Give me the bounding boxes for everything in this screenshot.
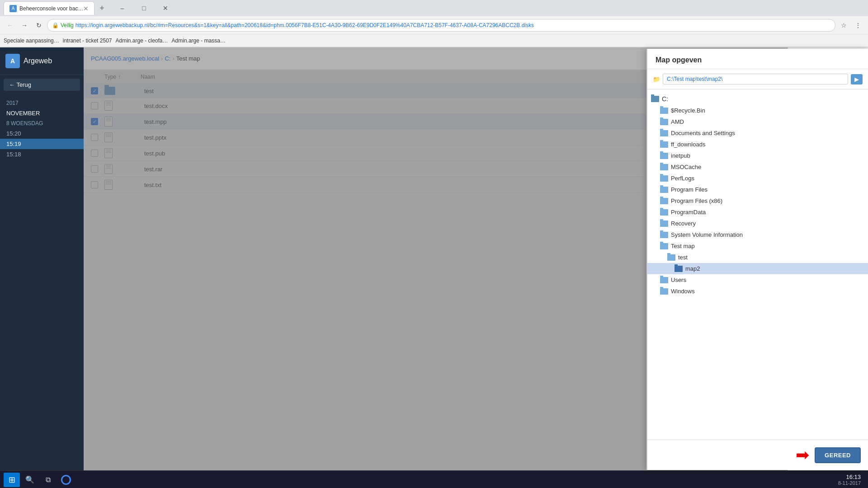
new-tab-button[interactable]: + [95,2,108,14]
maximize-button[interactable]: □ [133,0,154,16]
tree-folder-icon [660,141,668,148]
sidebar-time-1[interactable]: 15:19 [0,139,84,149]
tree-folder-icon [660,130,668,136]
lock-icon: 🔒 [52,22,59,28]
tree-folder-icon [660,232,668,238]
search-taskbar-button[interactable]: 🔍 [22,473,38,487]
tree-folder-icon [660,153,668,159]
tree-folder-icon [660,221,668,227]
sidebar-day-header: 8 WOENSDAG [0,118,84,128]
url-text: https://login.argewebbackup.nl/bc/#m=Res… [75,22,830,28]
arrow-icon: ➡ [796,446,809,465]
tree-item-label: Recovery [671,220,696,227]
tree-item[interactable]: C: [647,93,868,105]
tree-item-label: Users [671,277,686,283]
sidebar-month: NOVEMBER [0,108,84,118]
bookmark-item-2[interactable]: Admin.arge - cleofa… [115,38,168,44]
tree-item[interactable]: $Recycle.Bin [647,105,868,116]
tree-folder-icon [660,164,668,170]
start-button[interactable]: ⊞ [4,473,20,487]
taskbar-time: 16:13 8-11-2017 [838,474,864,486]
tree-folder-icon [660,198,668,204]
tree-item-label: Documents and Settings [671,130,735,136]
tree-item-label: map2 [685,265,700,272]
tree-item[interactable]: inetpub [647,150,868,161]
path-dialog-footer: ➡ GEREED [647,440,868,470]
tree-item[interactable]: System Volume Information [647,229,868,240]
path-input[interactable] [663,74,848,84]
logo-icon: A [5,54,20,68]
tree-item[interactable]: Users [647,274,868,286]
tree-item[interactable]: Program Files [647,184,868,195]
tree-item[interactable]: MSOCache [647,161,868,173]
tree-item-label: Program Files [671,186,708,193]
back-button[interactable]: ← Terug [4,79,80,91]
back-button[interactable]: ← [4,19,16,32]
tree-folder-icon [660,187,668,193]
address-bar[interactable]: 🔒 Veilig https://login.argewebbackup.nl/… [47,19,835,32]
tree-folder-icon [660,209,668,216]
tree-item-label: MSOCache [671,164,701,170]
browser-controls: ← → ↻ 🔒 Veilig https://login.argewebback… [0,16,868,34]
tree-item-label: $Recycle.Bin [671,107,705,114]
bookmark-item-0[interactable]: Speciale aanpassing… [4,38,59,44]
path-go-button[interactable]: ▶ [851,74,863,84]
bookmarks-button[interactable]: ☆ [837,19,850,32]
tree-item-label: Program Files (x86) [671,197,722,204]
tab-favicon: A [9,5,17,12]
tree-item[interactable]: ProgramData [647,206,868,218]
browser-chrome: A Beheerconsole voor bac… ✕ + – □ ✕ ← → … [0,0,868,47]
tree-item[interactable]: Test map [647,240,868,252]
gereed-button[interactable]: GEREED [815,447,861,463]
forward-button[interactable]: → [18,19,31,32]
tree-item-label: System Volume Information [671,231,743,238]
bookmark-item-1[interactable]: intranet - ticket 2507 [63,38,112,44]
tree-item-label: Windows [671,288,695,295]
tab-close-button[interactable]: ✕ [83,5,89,12]
tree-item-label: AMD [671,118,684,125]
tree-item[interactable]: Recovery [647,218,868,229]
tree-folder-icon [667,254,675,261]
tree-item[interactable]: ff_downloads [647,139,868,150]
tree-item-label: test [678,254,688,261]
chrome-taskbar-button[interactable] [58,473,74,487]
logo-area: A Argeweb [0,47,84,75]
path-dialog: Map opgeven 📁 ▶ C:$Recycle.BinAMDDocumen… [646,49,868,470]
tree-folder-icon [660,277,668,283]
menu-button[interactable]: ⋮ [852,19,864,32]
tree-folder-icon [651,96,659,102]
path-dialog-title: Map opgeven [647,49,868,69]
bookmark-item-3[interactable]: Admin.arge - massa… [172,38,226,44]
tree-item-label: C: [662,95,668,103]
browser-tab[interactable]: A Beheerconsole voor bac… ✕ [4,1,94,15]
path-input-row: 📁 ▶ [647,69,868,89]
task-view-button[interactable]: ⧉ [40,473,56,487]
tree-item[interactable]: map2 [647,263,868,274]
sidebar-time-0[interactable]: 15:20 [0,128,84,139]
tree-folder-icon [660,175,668,182]
folder-icon: 📁 [653,76,660,83]
close-button[interactable]: ✕ [155,0,176,16]
tree-item[interactable]: Documents and Settings [647,127,868,139]
sidebar-time-2[interactable]: 15:18 [0,149,84,160]
sidebar-year: 2017 [0,94,84,108]
window-controls: – □ ✕ [112,0,176,16]
tree-item-label: ProgramData [671,209,706,216]
tree-item[interactable]: Windows [647,286,868,297]
lock-label: Veilig [61,22,74,28]
tree-folder-icon [660,108,668,114]
taskbar-time-value: 16:13 [838,474,861,480]
tree-item-label: ff_downloads [671,141,705,148]
tree-folder-icon [675,266,683,272]
tree-item[interactable]: AMD [647,116,868,127]
tree-item[interactable]: test [647,252,868,263]
tree-item[interactable]: Program Files (x86) [647,195,868,206]
taskbar-date-value: 8-11-2017 [838,480,861,486]
chrome-icon [61,475,71,485]
reload-button[interactable]: ↻ [33,19,45,32]
tree-item[interactable]: PerfLogs [647,173,868,184]
minimize-button[interactable]: – [112,0,132,16]
taskbar: ⊞ 🔍 ⧉ 16:13 8-11-2017 [0,470,868,488]
tree-folder-icon [660,119,668,125]
tree-folder-icon [660,243,668,249]
